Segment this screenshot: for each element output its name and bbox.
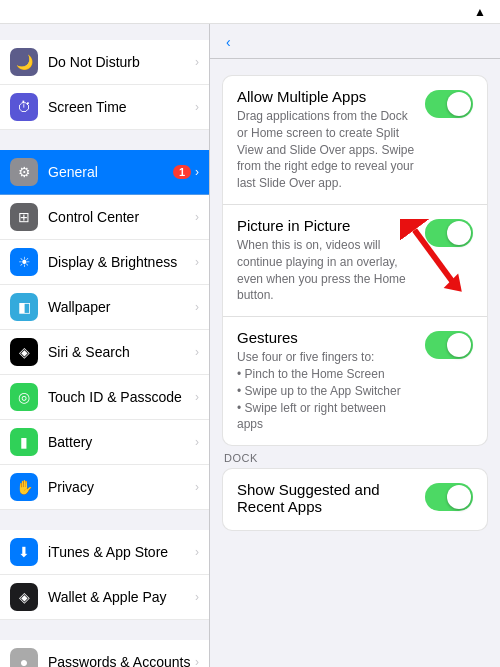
screen-time-chevron-icon: › — [195, 100, 199, 114]
sidebar-divider — [0, 620, 209, 640]
control-center-label: Control Center — [48, 209, 195, 225]
section-label-dock: DOCK — [210, 446, 500, 468]
detail-header: ‹ — [210, 24, 500, 59]
sidebar-item-itunes[interactable]: ⬇ iTunes & App Store › — [0, 530, 209, 575]
general-icon: ⚙ — [10, 158, 38, 186]
sidebar-item-control-center[interactable]: ⊞ Control Center › — [0, 195, 209, 240]
show-suggested-toggle[interactable] — [425, 483, 473, 511]
detail-content: Allow Multiple Apps Drag applications fr… — [210, 59, 500, 547]
privacy-chevron-icon: › — [195, 480, 199, 494]
do-not-disturb-label: Do Not Disturb — [48, 54, 195, 70]
allow-multiple-apps-toggle-knob — [447, 92, 471, 116]
status-right: ▲ — [474, 5, 490, 19]
wifi-icon: ▲ — [474, 5, 486, 19]
wallpaper-label: Wallpaper — [48, 299, 195, 315]
battery-label: Battery — [48, 434, 195, 450]
sidebar-item-passwords[interactable]: ● Passwords & Accounts › — [0, 640, 209, 667]
sidebar: 🌙 Do Not Disturb › ⏱ Screen Time › ⚙ Gen… — [0, 24, 210, 667]
sidebar-item-touch-id[interactable]: ◎ Touch ID & Passcode › — [0, 375, 209, 420]
gestures-content: Gestures Use four or five fingers to:Pin… — [237, 329, 415, 433]
picture-in-picture-title: Picture in Picture — [237, 217, 415, 234]
status-bar: ▲ — [0, 0, 500, 24]
screen-time-icon: ⏱ — [10, 93, 38, 121]
gestures-toggle-knob — [447, 333, 471, 357]
passwords-label: Passwords & Accounts — [48, 654, 195, 667]
picture-in-picture-toggle-knob — [447, 221, 471, 245]
display-brightness-icon: ☀ — [10, 248, 38, 276]
allow-multiple-apps-content: Allow Multiple Apps Drag applications fr… — [237, 88, 415, 192]
settings-row-gestures[interactable]: Gestures Use four or five fingers to:Pin… — [223, 317, 487, 445]
picture-in-picture-toggle[interactable] — [425, 219, 473, 247]
screen-time-label: Screen Time — [48, 99, 195, 115]
passwords-chevron-icon: › — [195, 655, 199, 667]
sidebar-divider — [0, 510, 209, 530]
touch-id-label: Touch ID & Passcode — [48, 389, 195, 405]
sidebar-item-do-not-disturb[interactable]: 🌙 Do Not Disturb › — [0, 40, 209, 85]
settings-group-multitasking: Allow Multiple Apps Drag applications fr… — [222, 75, 488, 446]
touch-id-chevron-icon: › — [195, 390, 199, 404]
show-suggested-title: Show Suggested and Recent Apps — [237, 481, 415, 515]
picture-in-picture-content: Picture in Picture When this is on, vide… — [237, 217, 415, 304]
siri-search-label: Siri & Search — [48, 344, 195, 360]
wallet-icon: ◈ — [10, 583, 38, 611]
sidebar-item-screen-time[interactable]: ⏱ Screen Time › — [0, 85, 209, 130]
gestures-title: Gestures — [237, 329, 415, 346]
privacy-label: Privacy — [48, 479, 195, 495]
sidebar-divider — [0, 130, 209, 150]
sidebar-item-display-brightness[interactable]: ☀ Display & Brightness › — [0, 240, 209, 285]
do-not-disturb-chevron-icon: › — [195, 55, 199, 69]
gestures-toggle[interactable] — [425, 331, 473, 359]
wallpaper-chevron-icon: › — [195, 300, 199, 314]
back-chevron-icon: ‹ — [226, 34, 231, 50]
sidebar-title — [0, 24, 209, 40]
main-layout: 🌙 Do Not Disturb › ⏱ Screen Time › ⚙ Gen… — [0, 24, 500, 667]
itunes-chevron-icon: › — [195, 545, 199, 559]
control-center-chevron-icon: › — [195, 210, 199, 224]
show-suggested-toggle-knob — [447, 485, 471, 509]
wallet-label: Wallet & Apple Pay — [48, 589, 195, 605]
battery-chevron-icon: › — [195, 435, 199, 449]
settings-row-allow-multiple-apps[interactable]: Allow Multiple Apps Drag applications fr… — [223, 76, 487, 205]
passwords-icon: ● — [10, 648, 38, 667]
battery-icon: ▮ — [10, 428, 38, 456]
display-brightness-chevron-icon: › — [195, 255, 199, 269]
touch-id-icon: ◎ — [10, 383, 38, 411]
siri-search-icon: ◈ — [10, 338, 38, 366]
back-button[interactable]: ‹ — [226, 34, 234, 50]
sidebar-item-siri-search[interactable]: ◈ Siri & Search › — [0, 330, 209, 375]
do-not-disturb-icon: 🌙 — [10, 48, 38, 76]
itunes-icon: ⬇ — [10, 538, 38, 566]
allow-multiple-apps-toggle[interactable] — [425, 90, 473, 118]
general-chevron-icon: › — [195, 165, 199, 179]
siri-search-chevron-icon: › — [195, 345, 199, 359]
settings-group-dock: Show Suggested and Recent Apps — [222, 468, 488, 531]
settings-row-picture-in-picture[interactable]: Picture in Picture When this is on, vide… — [223, 205, 487, 317]
sidebar-items-container: 🌙 Do Not Disturb › ⏱ Screen Time › ⚙ Gen… — [0, 40, 209, 667]
privacy-icon: ✋ — [10, 473, 38, 501]
itunes-label: iTunes & App Store — [48, 544, 195, 560]
control-center-icon: ⊞ — [10, 203, 38, 231]
sidebar-item-battery[interactable]: ▮ Battery › — [0, 420, 209, 465]
sidebar-item-wallet[interactable]: ◈ Wallet & Apple Pay › — [0, 575, 209, 620]
sidebar-item-privacy[interactable]: ✋ Privacy › — [0, 465, 209, 510]
sidebar-item-wallpaper[interactable]: ◧ Wallpaper › — [0, 285, 209, 330]
general-badge: 1 — [173, 165, 191, 179]
general-label: General — [48, 164, 173, 180]
sidebar-item-general[interactable]: ⚙ General 1 › — [0, 150, 209, 195]
display-brightness-label: Display & Brightness — [48, 254, 195, 270]
allow-multiple-apps-title: Allow Multiple Apps — [237, 88, 415, 105]
detail-pane: ‹ Allow Multiple Apps Drag applications … — [210, 24, 500, 667]
show-suggested-content: Show Suggested and Recent Apps — [237, 481, 415, 518]
wallet-chevron-icon: › — [195, 590, 199, 604]
detail-groups-container: Allow Multiple Apps Drag applications fr… — [210, 75, 500, 531]
settings-row-show-suggested[interactable]: Show Suggested and Recent Apps — [223, 469, 487, 530]
wallpaper-icon: ◧ — [10, 293, 38, 321]
